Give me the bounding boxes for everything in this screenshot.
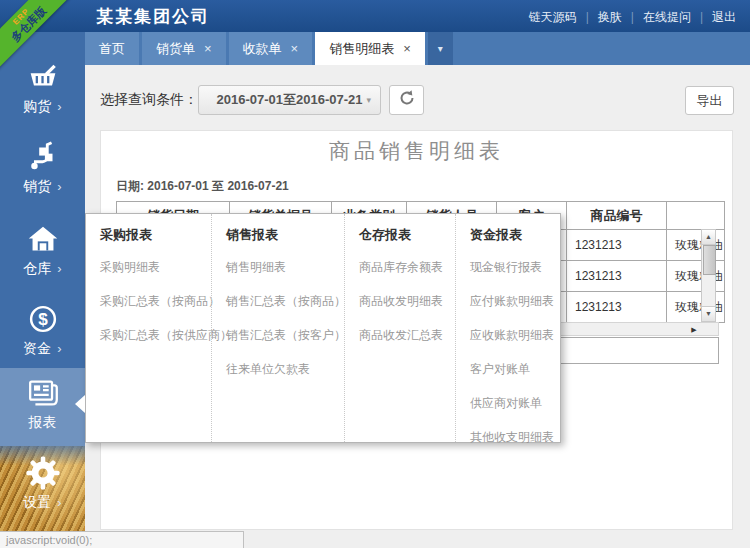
menu-item[interactable]: 销售汇总表（按客户） — [226, 327, 344, 344]
menu-group: 采购报表采购明细表采购汇总表（按商品）采购汇总表（按供应商） — [86, 214, 211, 442]
date-range-value: 2016-07-01至2016-07-21 — [217, 92, 363, 107]
close-icon[interactable]: × — [291, 41, 299, 56]
vertical-scrollbar[interactable]: ▲ ▼ — [701, 229, 716, 322]
menu-group: 资金报表现金银行报表应付账款明细表应收账款明细表客户对账单供应商对账单其他收支明… — [455, 214, 560, 442]
app-window: 某某集团公司 链天源码|换肤|在线提问|退出 ERP 多仓库版 购货›销货›仓库… — [0, 0, 750, 548]
refresh-icon — [398, 89, 416, 111]
sidebar-item-label: 仓库 — [23, 260, 51, 276]
menu-item[interactable]: 应收账款明细表 — [470, 327, 560, 344]
tab-收款单[interactable]: 收款单× — [229, 32, 313, 65]
sidebar-item-purchase[interactable]: 购货› — [0, 52, 85, 130]
report-title: 商品销售明细表 — [101, 137, 732, 165]
menu-item[interactable]: 应付账款明细表 — [470, 293, 560, 310]
menu-item[interactable]: 商品收发明细表 — [359, 293, 455, 310]
menu-item[interactable]: 销售汇总表（按商品） — [226, 293, 344, 310]
topbar-link[interactable]: 在线提问 — [643, 10, 691, 24]
topbar-links: 链天源码|换肤|在线提问|退出 — [529, 9, 736, 26]
sidebar-item-warehouse[interactable]: 仓库› — [0, 214, 85, 292]
menu-item[interactable]: 其他收支明细表 — [470, 429, 560, 446]
menu-item[interactable]: 供应商对账单 — [470, 395, 560, 412]
refresh-button[interactable] — [389, 85, 424, 115]
menu-group: 销售报表销售明细表销售汇总表（按商品）销售汇总表（按客户）往来单位欠款表 — [211, 214, 344, 442]
chevron-right-icon: › — [57, 99, 61, 114]
chevron-right-icon: › — [57, 179, 61, 194]
sidebar-item-label: 报表 — [29, 414, 57, 430]
export-button[interactable]: 导出 — [685, 86, 734, 115]
tab-more-button[interactable]: ▾ — [428, 32, 453, 65]
scroll-down-icon[interactable]: ▼ — [702, 306, 715, 321]
tab-label: 销售明细表 — [329, 40, 394, 58]
menu-item[interactable]: 往来单位欠款表 — [226, 361, 344, 378]
status-bar: javascript:void(0); — [0, 531, 244, 548]
query-condition-label: 选择查询条件： — [100, 91, 198, 109]
topbar-link[interactable]: 退出 — [712, 10, 736, 24]
menu-item[interactable]: 商品收发汇总表 — [359, 327, 455, 344]
tab-bar: 首页销货单×收款单×销售明细表×▾ — [85, 32, 750, 65]
tab-销货单[interactable]: 销货单× — [142, 32, 226, 65]
reports-menu-panel: 采购报表采购明细表采购汇总表（按商品）采购汇总表（按供应商）销售报表销售明细表销… — [85, 213, 561, 443]
sidebar-item-label: 购货 — [23, 98, 51, 114]
money-icon: $ — [24, 300, 62, 338]
sidebar-item-label: 设置 — [23, 494, 51, 510]
column-header[interactable] — [667, 202, 725, 230]
warehouse-icon — [24, 220, 62, 258]
sidebar-item-label: 资金 — [23, 340, 51, 356]
link-separator: | — [631, 10, 634, 24]
tab-label: 首页 — [99, 40, 125, 58]
trolley-icon — [24, 138, 62, 176]
menu-group-title: 仓存报表 — [359, 226, 455, 244]
report-date-range: 日期: 2016-07-01 至 2016-07-21 — [116, 178, 289, 195]
sidebar-item-reports[interactable]: 报表 — [0, 368, 85, 446]
sidebar-item-funds[interactable]: $资金› — [0, 294, 85, 372]
menu-group: 仓存报表商品库存余额表商品收发明细表商品收发汇总表 — [344, 214, 455, 442]
chevron-right-icon: › — [57, 341, 61, 356]
table-cell: 1231213 — [567, 261, 667, 292]
link-separator: | — [586, 10, 589, 24]
chevron-down-icon: ▾ — [366, 86, 371, 114]
tab-label: 销货单 — [156, 40, 195, 58]
basket-icon — [24, 58, 62, 96]
report-icon — [24, 374, 62, 412]
chevron-right-icon: › — [57, 495, 61, 510]
chevron-down-icon: ▾ — [438, 43, 443, 54]
menu-group-title: 采购报表 — [100, 226, 211, 244]
sidebar-nav: 购货›销货›仓库›$资金›报表设置› — [0, 32, 85, 548]
menu-item[interactable]: 客户对账单 — [470, 361, 560, 378]
scroll-thumb[interactable] — [703, 245, 716, 275]
menu-item[interactable]: 采购汇总表（按商品） — [100, 293, 211, 310]
tab-首页[interactable]: 首页 — [85, 32, 139, 65]
menu-item[interactable]: 现金银行报表 — [470, 259, 560, 276]
sidebar-item-label: 销货 — [23, 178, 51, 194]
date-range-select[interactable]: 2016-07-01至2016-07-21 ▾ — [198, 85, 381, 115]
topbar-link[interactable]: 链天源码 — [529, 10, 577, 24]
menu-item[interactable]: 销售明细表 — [226, 259, 344, 276]
close-icon[interactable]: × — [403, 41, 411, 56]
table-cell: 1231213 — [567, 230, 667, 261]
tab-销售明细表[interactable]: 销售明细表× — [315, 32, 425, 65]
table-cell: 1231213 — [567, 292, 667, 323]
menu-item[interactable]: 采购明细表 — [100, 259, 211, 276]
menu-item[interactable]: 商品库存余额表 — [359, 259, 455, 276]
svg-text:$: $ — [38, 310, 48, 329]
active-item-pointer — [75, 395, 85, 413]
top-header-bar: 某某集团公司 链天源码|换肤|在线提问|退出 — [0, 0, 750, 32]
company-title: 某某集团公司 — [96, 5, 210, 28]
sidebar-item-settings[interactable]: 设置› — [0, 448, 85, 526]
scroll-up-icon[interactable]: ▲ — [702, 230, 715, 245]
menu-item[interactable]: 采购汇总表（按供应商） — [100, 327, 211, 344]
topbar-link[interactable]: 换肤 — [598, 10, 622, 24]
scroll-right-icon[interactable]: ▶ — [687, 324, 701, 335]
menu-group-title: 销售报表 — [226, 226, 344, 244]
link-separator: | — [700, 10, 703, 24]
tab-label: 收款单 — [243, 40, 282, 58]
gear-icon — [24, 454, 62, 492]
column-header[interactable]: 商品编号 — [567, 202, 667, 230]
chevron-right-icon: › — [57, 261, 61, 276]
close-icon[interactable]: × — [204, 41, 212, 56]
menu-group-title: 资金报表 — [470, 226, 560, 244]
sidebar-item-sales[interactable]: 销货› — [0, 132, 85, 210]
